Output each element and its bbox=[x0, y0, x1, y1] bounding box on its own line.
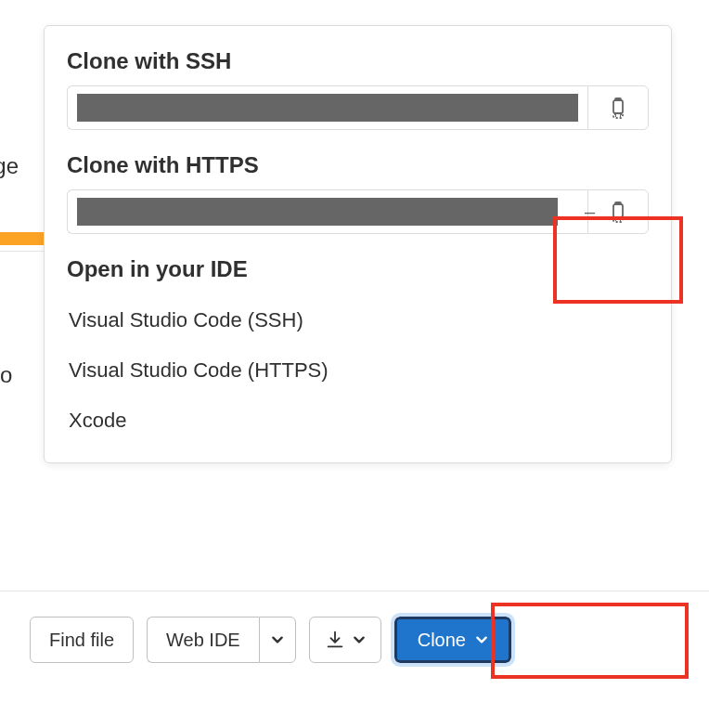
web-ide-button[interactable]: Web IDE bbox=[147, 617, 259, 663]
https-url-input[interactable]: – bbox=[67, 189, 587, 234]
repo-actions-toolbar: Find file Web IDE Clone bbox=[30, 617, 511, 663]
download-button[interactable] bbox=[309, 617, 381, 663]
ide-option-xcode[interactable]: Xcode bbox=[67, 396, 649, 446]
redacted-content bbox=[77, 94, 578, 122]
svg-rect-2 bbox=[613, 204, 623, 217]
clone-button[interactable]: Clone bbox=[394, 617, 511, 663]
ide-option-vscode-https[interactable]: Visual Studio Code (HTTPS) bbox=[67, 345, 649, 396]
find-file-button[interactable]: Find file bbox=[30, 617, 134, 663]
open-ide-title: Open in your IDE bbox=[67, 256, 649, 282]
chevron-down-icon bbox=[475, 633, 488, 646]
clone-ssh-row bbox=[67, 85, 649, 130]
clipboard-icon bbox=[607, 97, 629, 119]
download-icon bbox=[325, 630, 345, 650]
annotation-highlight bbox=[491, 603, 689, 679]
ide-option-vscode-ssh[interactable]: Visual Studio Code (SSH) bbox=[67, 295, 649, 345]
background-text: age bbox=[0, 153, 19, 179]
redacted-content bbox=[77, 198, 558, 226]
usage-bar bbox=[0, 232, 44, 245]
background-text: d o bbox=[0, 362, 12, 388]
ssh-url-input[interactable] bbox=[67, 85, 587, 130]
clone-https-title: Clone with HTTPS bbox=[67, 152, 649, 178]
chevron-down-icon bbox=[271, 633, 284, 646]
copy-ssh-button[interactable] bbox=[587, 85, 649, 130]
clone-dropdown-panel: Clone with SSH Clone with HTTPS – bbox=[44, 25, 672, 463]
overflow-dash: – bbox=[585, 202, 595, 223]
web-ide-dropdown-button[interactable] bbox=[259, 617, 296, 663]
clipboard-icon bbox=[607, 201, 629, 223]
web-ide-group: Web IDE bbox=[147, 617, 296, 663]
copy-https-button[interactable] bbox=[587, 189, 649, 234]
divider bbox=[0, 251, 44, 252]
clone-https-row: – bbox=[67, 189, 649, 234]
svg-rect-0 bbox=[613, 100, 623, 113]
clone-ssh-title: Clone with SSH bbox=[67, 48, 649, 74]
chevron-down-icon bbox=[353, 633, 366, 646]
clone-button-label: Clone bbox=[418, 630, 466, 651]
divider bbox=[0, 591, 709, 592]
